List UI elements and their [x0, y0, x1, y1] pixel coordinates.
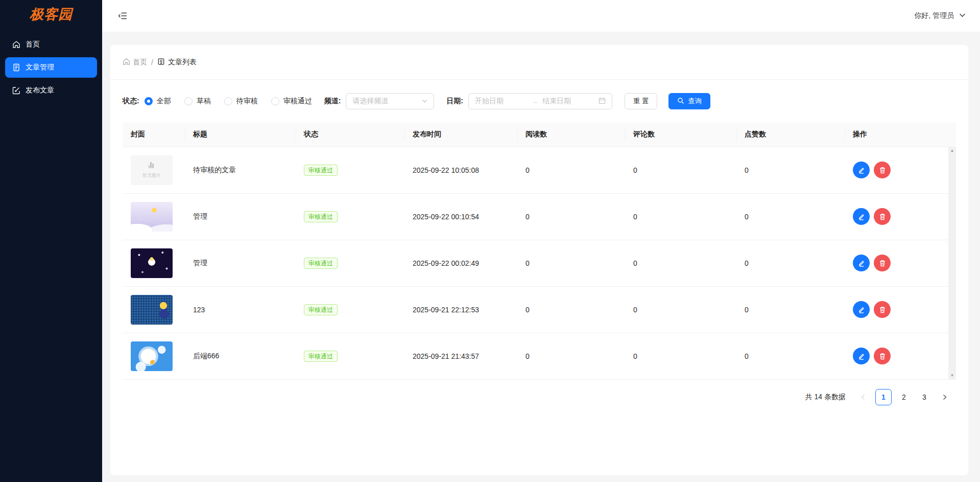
filter-bar: 状态: 全部 草稿 待审核 审核通过 频道: — [110, 93, 968, 109]
edit-button[interactable] — [853, 255, 870, 271]
status-badge: 审核通过 — [304, 211, 338, 222]
channel-select-placeholder: 请选择频道 — [352, 97, 388, 106]
channel-select[interactable]: 请选择频道 — [346, 93, 434, 109]
delete-button[interactable] — [874, 348, 891, 364]
select-arrow-icon — [422, 97, 427, 105]
radio-icon — [184, 97, 193, 105]
col-actions: 操作 — [845, 123, 956, 147]
sidebar-item-label: 首页 — [26, 40, 40, 49]
delete-button[interactable] — [874, 301, 891, 318]
edit-button[interactable] — [853, 162, 870, 178]
col-title: 标题 — [185, 123, 296, 147]
date-filter-label: 日期: — [446, 97, 463, 106]
comment-count: 0 — [625, 286, 736, 333]
radio-status-pending[interactable]: 待审核 — [224, 97, 258, 106]
article-title: 管理 — [185, 193, 296, 240]
radio-icon — [224, 97, 232, 105]
radio-status-all[interactable]: 全部 — [145, 97, 171, 106]
sidebar-item-publish[interactable]: 发布文章 — [5, 80, 97, 101]
reset-button[interactable]: 重 置 — [625, 93, 657, 109]
col-reads: 阅读数 — [517, 123, 625, 147]
no-image-label: 暂无图片 — [142, 172, 161, 179]
prev-page-icon[interactable] — [855, 389, 871, 405]
sidebar-item-label: 文章管理 — [26, 63, 54, 72]
delete-button[interactable] — [874, 208, 891, 225]
scroll-down-icon[interactable]: ▼ — [950, 374, 954, 378]
user-greeting: 你好, 管理员 — [914, 11, 954, 20]
radio-icon — [271, 97, 279, 105]
read-count: 0 — [517, 333, 625, 379]
table-header: 封面 标题 状态 发布时间 阅读数 评论数 点赞数 操作 — [123, 123, 956, 147]
radio-status-approved[interactable]: 审核通过 — [271, 97, 312, 106]
sidebar: 极客园 首页 文章管理 发布文章 — [0, 0, 102, 482]
article-cover — [131, 295, 173, 325]
date-range-picker[interactable]: 开始日期 → 结束日期 — [468, 93, 612, 109]
comment-count: 0 — [625, 193, 736, 240]
sidebar-menu: 首页 文章管理 发布文章 — [0, 29, 102, 106]
status-badge: 审核通过 — [304, 165, 338, 176]
table-row: 后端666 审核通过 2025-09-21 21:43:57 0 0 0 — [123, 333, 956, 379]
table-row: 暂无图片 待审核的文章 审核通过 2025-09-22 10:05:08 0 0… — [123, 147, 956, 193]
page-button-3[interactable]: 3 — [916, 389, 933, 405]
article-cover — [131, 202, 173, 232]
top-header: 你好, 管理员 — [102, 0, 980, 32]
table-row: 123 审核通过 2025-09-21 22:12:53 0 0 0 — [123, 286, 956, 333]
article-table: 封面 标题 状态 发布时间 阅读数 评论数 点赞数 操作 — [123, 123, 956, 380]
edit-button[interactable] — [853, 348, 870, 364]
col-comments: 评论数 — [625, 123, 736, 147]
app-logo: 极客园 — [0, 0, 102, 29]
page-button-2[interactable]: 2 — [896, 389, 912, 405]
article-cover — [131, 341, 173, 371]
edit-button[interactable] — [853, 208, 870, 225]
end-date-input[interactable]: 结束日期 — [542, 97, 594, 106]
radio-status-draft[interactable]: 草稿 — [184, 97, 211, 106]
read-count: 0 — [517, 240, 625, 286]
published-time: 2025-09-22 00:10:54 — [404, 193, 517, 240]
article-title: 待审核的文章 — [185, 147, 296, 193]
home-icon — [123, 58, 130, 67]
delete-button[interactable] — [874, 162, 891, 178]
comment-count: 0 — [625, 240, 736, 286]
main-content: 首页 / 文章列表 状态: 全部 草稿 — [102, 32, 980, 482]
article-title: 后端666 — [185, 333, 296, 379]
range-arrow-icon: → — [531, 97, 538, 105]
comment-count: 0 — [625, 333, 736, 379]
edit-button[interactable] — [853, 301, 870, 318]
start-date-input[interactable]: 开始日期 — [475, 97, 527, 106]
home-icon — [12, 40, 20, 49]
breadcrumb: 首页 / 文章列表 — [110, 45, 968, 80]
chevron-down-icon — [959, 12, 966, 20]
sidebar-item-home[interactable]: 首页 — [5, 34, 97, 55]
breadcrumb-home-link[interactable]: 首页 — [123, 58, 147, 67]
article-icon — [12, 63, 20, 72]
published-time: 2025-09-22 10:05:08 — [404, 147, 517, 193]
sidebar-item-articles[interactable]: 文章管理 — [5, 57, 97, 78]
article-cover — [131, 248, 173, 278]
user-dropdown[interactable]: 你好, 管理员 — [914, 0, 966, 32]
sidebar-item-label: 发布文章 — [26, 86, 54, 95]
delete-button[interactable] — [874, 255, 891, 271]
breadcrumb-current-label: 文章列表 — [168, 58, 197, 67]
article-list-icon — [157, 58, 165, 67]
pagination: 共 14 条数据 1 2 3 — [110, 389, 953, 405]
status-badge: 审核通过 — [304, 304, 338, 315]
read-count: 0 — [517, 147, 625, 193]
article-title: 管理 — [185, 240, 296, 286]
col-cover: 封面 — [123, 123, 185, 147]
content-card: 首页 / 文章列表 状态: 全部 草稿 — [110, 45, 968, 475]
breadcrumb-home-label: 首页 — [133, 58, 147, 67]
page-button-1[interactable]: 1 — [875, 389, 892, 405]
published-time: 2025-09-21 22:12:53 — [404, 286, 517, 333]
scroll-up-icon[interactable]: ▲ — [950, 149, 954, 153]
breadcrumb-current: 文章列表 — [157, 58, 197, 67]
search-button[interactable]: 查询 — [668, 93, 710, 109]
menu-fold-icon[interactable] — [115, 9, 130, 23]
read-count: 0 — [517, 286, 625, 333]
table-scrollbar[interactable]: ▲ ▼ — [948, 147, 956, 379]
like-count: 0 — [736, 333, 845, 379]
table-row: 管理 审核通过 2025-09-22 00:10:54 0 0 0 — [123, 193, 956, 240]
col-likes: 点赞数 — [736, 123, 845, 147]
next-page-icon[interactable] — [937, 389, 953, 405]
like-count: 0 — [736, 193, 845, 240]
table-row: 管理 审核通过 2025-09-22 00:02:49 0 0 0 — [123, 240, 956, 286]
